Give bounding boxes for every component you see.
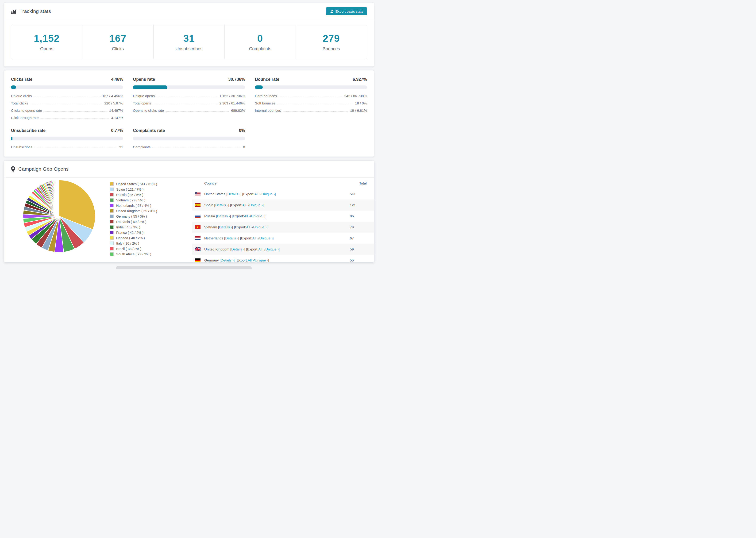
rate-detail-label: Hard bounces [255,94,277,98]
details-link[interactable]: Details › [215,203,228,207]
export-unique-link[interactable]: Unique › [249,203,263,207]
details-link[interactable]: Details › [225,236,238,240]
legend-label: Italy ( 36 / 2% ) [116,242,139,245]
geo-table-row-de: Germany [Details ›] [Export: All › / Uni… [192,255,374,262]
bracket: [ [219,258,221,262]
stat-unsubscribes: 31 Unsubscribes [153,25,225,59]
rate-value: 6.927% [352,77,367,82]
dotted-leader [41,119,109,119]
bracket: ] [Export: [232,225,246,229]
dotted-leader [34,148,117,148]
legend-swatch [110,182,114,186]
tracking-stats-header: Tracking stats Export basic stats [4,3,374,20]
rate-block-bounce-rate: Bounce rate 6.927% Hard bounces 242 / 86… [255,77,367,120]
export-unique-link[interactable]: Unique › [259,236,273,240]
next-section-partial [116,266,252,269]
export-unique-link[interactable]: Unique › [255,258,268,262]
dotted-leader [283,111,349,112]
dotted-leader [279,97,342,97]
export-all-link[interactable]: All › [254,192,260,196]
pie-slice [59,180,59,216]
rate-progress-fill [11,136,13,140]
legend-item: Vietnam ( 79 / 5% ) [110,198,157,203]
bar-chart-icon [11,9,17,14]
geo-table: Country Total United States [Details ›] … [192,178,374,262]
rate-progress-track [133,136,245,140]
export-all-link[interactable]: All › [246,225,252,229]
export-all-link[interactable]: All › [258,247,264,251]
nl-flag-icon [195,237,200,240]
country-name: United States [204,192,225,196]
rate-progress-fill [11,85,16,89]
details-link[interactable]: Details › [221,258,234,262]
legend-swatch [110,209,114,213]
legend-label: France ( 42 / 2% ) [116,231,143,235]
rate-detail-value: 220 / 5.87% [104,101,123,105]
details-link[interactable]: Details › [217,214,230,218]
rate-progress-track [255,85,367,89]
export-all-link[interactable]: All › [248,258,254,262]
rate-detail-value: 31 [119,145,123,149]
bracket: ] [266,225,267,229]
rate-detail-row: Clicks to opens rate 14.497% [11,108,123,112]
legend-item: South Africa ( 29 / 2% ) [110,252,157,257]
geo-table-row-ru: Russia [Details ›] [Export: All › / Uniq… [192,211,374,222]
rate-detail-row: Soft bounces 18 / 0% [255,101,367,105]
rate-detail-value: 18 / 0% [355,101,367,105]
details-link[interactable]: Details › [219,225,232,229]
export-unique-link[interactable]: Unique › [265,247,279,251]
export-unique-link[interactable]: Unique › [261,192,275,196]
bracket: ] [Export: [228,203,242,207]
details-link[interactable]: Details › [231,247,244,251]
export-all-link[interactable]: All › [242,203,248,207]
geo-table-row-gb: United Kingdom [Details ›] [Export: All … [192,243,374,255]
country-cell: Spain [Details ›] [Export: All › / Uniqu… [195,203,350,207]
legend-label: Romania ( 49 / 3% ) [116,220,146,224]
dotted-leader [33,97,100,97]
legend-item: Russia ( 86 / 5% ) [110,192,157,198]
bracket: [ [215,214,217,218]
bracket: ] [Export: [230,214,244,218]
details-link[interactable]: Details › [227,192,240,196]
legend-item: India ( 46 / 3% ) [110,225,157,230]
country-name: United Kingdom [204,247,229,251]
legend-item: Netherlands ( 67 / 4% ) [110,203,157,208]
rate-detail-row: Unsubscribes 31 [11,145,123,149]
legend-item: Italy ( 36 / 2% ) [110,241,157,246]
rate-value: 30.736% [229,77,245,82]
legend-item: Canada ( 40 / 2% ) [110,236,157,241]
stat-label: Opens [40,46,53,51]
stat-value: 31 [183,33,195,44]
export-unique-link[interactable]: Unique › [251,214,264,218]
legend-item: Romania ( 49 / 3% ) [110,219,157,225]
country-cell: United Kingdom [Details ›] [Export: All … [195,247,350,251]
rate-progress-track [11,136,123,140]
rate-title: Opens rate [133,77,155,82]
rate-detail-label: Clicks to opens rate [11,108,42,112]
total-cell: 541 [350,192,374,196]
country-cell: Russia [Details ›] [Export: All › / Uniq… [195,214,350,218]
bracket: [ [225,192,227,196]
export-button-label: Export basic stats [336,9,363,13]
rates-grid: Clicks rate 4.46% Unique clicks 167 / 4.… [11,77,367,149]
export-basic-stats-button[interactable]: Export basic stats [326,7,367,15]
legend-label: United Kingdom ( 59 / 3% ) [116,209,157,213]
rates-card: Clicks rate 4.46% Unique clicks 167 / 4.… [4,70,374,157]
country-cell: Germany [Details ›] [Export: All › / Uni… [195,258,350,262]
us-flag-icon [195,192,200,196]
rate-detail-row: Opens to clicks rate 689.82% [133,108,245,112]
vn-flag-icon [195,225,200,229]
rate-detail-label: Unsubscribes [11,145,32,149]
export-all-link[interactable]: All › [244,214,250,218]
rate-head: Complaints rate 0% [133,128,245,133]
legend-item: Spain ( 121 / 7% ) [110,187,157,192]
bracket: ] [Export: [238,236,252,240]
dotted-leader [44,111,107,112]
rate-detail-label: Unique opens [133,94,155,98]
geo-table-row-vn: Vietnam [Details ›] [Export: All › / Uni… [192,222,374,233]
export-unique-link[interactable]: Unique › [253,225,266,229]
export-all-link[interactable]: All › [252,236,258,240]
rate-detail-row: Total opens 2,303 / 61.446% [133,101,245,105]
total-cell: 121 [350,203,374,207]
legend-swatch [110,242,114,245]
